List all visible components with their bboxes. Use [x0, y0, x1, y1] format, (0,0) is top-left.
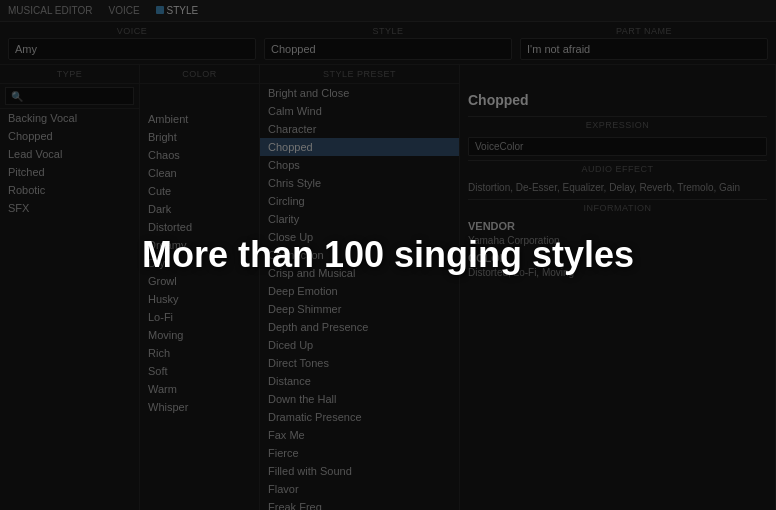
vendor-value: Yamaha Corporation [468, 234, 767, 248]
part-name-field-group: PART NAME [520, 26, 768, 60]
color-item-bright[interactable]: Bright [140, 128, 259, 146]
style-dot-icon [156, 6, 164, 14]
style-item-connection[interactable]: Connection [260, 246, 459, 264]
style-item-deep-emotion[interactable]: Deep Emotion [260, 282, 459, 300]
style-item-filled-sound[interactable]: Filled with Sound [260, 462, 459, 480]
information-label: INFORMATION [468, 199, 767, 216]
voice-label: VOICE [8, 26, 256, 36]
color-item-dark[interactable]: Dark [140, 200, 259, 218]
type-item-robotic[interactable]: Robotic [0, 181, 139, 199]
color-item-dreamy[interactable]: Dreamy [140, 236, 259, 254]
style-item-diced-up[interactable]: Diced Up [260, 336, 459, 354]
search-box [0, 84, 139, 109]
style-input[interactable] [264, 38, 512, 60]
color-item-growl[interactable]: Growl [140, 272, 259, 290]
color-item-whisper[interactable]: Whisper [140, 398, 259, 416]
info-title: Chopped [468, 92, 767, 108]
style-item-bright-close[interactable]: Bright and Close [260, 84, 459, 102]
style-item-depth-presence[interactable]: Depth and Presence [260, 318, 459, 336]
style-label: STYLE [264, 26, 512, 36]
color-info-value: Distorted, Lo-Fi, Moving [468, 266, 767, 280]
info-content: Chopped EXPRESSION VoiceColor AUDIO EFFE… [460, 84, 775, 292]
color-panel-header: COLOR [140, 65, 259, 84]
type-item-backing-vocal[interactable]: Backing Vocal [0, 109, 139, 127]
vendor-label: VENDOR [468, 220, 767, 232]
info-panel: INFO Chopped EXPRESSION VoiceColor AUDIO… [460, 65, 776, 510]
expression-label: EXPRESSION [468, 116, 767, 133]
main-area: TYPE Backing Vocal Chopped Lead Vocal Pi… [0, 65, 776, 510]
type-item-sfx[interactable]: SFX [0, 199, 139, 217]
style-preset-header: STYLE PRESET [260, 65, 459, 84]
style-item-direct-tones[interactable]: Direct Tones [260, 354, 459, 372]
style-item-clarity[interactable]: Clarity [260, 210, 459, 228]
color-item-soft[interactable]: Soft [140, 362, 259, 380]
style-item-chopped[interactable]: Chopped [260, 138, 459, 156]
style-item-down-hall[interactable]: Down the Hall [260, 390, 459, 408]
color-list: Ambient Bright Chaos Clean Cute Dark Dis… [140, 110, 259, 510]
color-panel: COLOR Ambient Bright Chaos Clean Cute Da… [140, 65, 260, 510]
color-item-warm[interactable]: Warm [140, 380, 259, 398]
part-name-label: PART NAME [520, 26, 768, 36]
type-search-input[interactable] [5, 87, 134, 105]
color-item-distorted[interactable]: Distorted [140, 218, 259, 236]
voice-field-group: VOICE [8, 26, 256, 60]
color-item-clean[interactable]: Clean [140, 164, 259, 182]
style-preset-panel: STYLE PRESET Bright and Close Calm Wind … [260, 65, 460, 510]
style-item-fax-me[interactable]: Fax Me [260, 426, 459, 444]
style-preset-list: Bright and Close Calm Wind Character Cho… [260, 84, 459, 510]
style-item-flavor[interactable]: Flavor [260, 480, 459, 498]
fields-row: VOICE STYLE PART NAME [0, 22, 776, 65]
color-item-rich[interactable]: Rich [140, 344, 259, 362]
type-panel-header: TYPE [0, 65, 139, 84]
type-item-chopped[interactable]: Chopped [0, 127, 139, 145]
type-item-lead-vocal[interactable]: Lead Vocal [0, 145, 139, 163]
type-panel: TYPE Backing Vocal Chopped Lead Vocal Pi… [0, 65, 140, 510]
style-item-deep-shimmer[interactable]: Deep Shimmer [260, 300, 459, 318]
nav-musical-editor[interactable]: MUSICAL EDITOR [8, 5, 92, 16]
style-item-freak-freq[interactable]: Freak Freq [260, 498, 459, 510]
nav-voice[interactable]: VOICE [108, 5, 139, 16]
style-field-group: STYLE [264, 26, 512, 60]
type-list: Backing Vocal Chopped Lead Vocal Pitched… [0, 109, 139, 510]
audio-effect-label: AUDIO EFFECT [468, 160, 767, 177]
color-item-dry[interactable]: Dry [140, 254, 259, 272]
style-item-chris-style[interactable]: Chris Style [260, 174, 459, 192]
style-item-character[interactable]: Character [260, 120, 459, 138]
style-item-circling[interactable]: Circling [260, 192, 459, 210]
color-item-ambient[interactable]: Ambient [140, 110, 259, 128]
style-item-crisp-musical[interactable]: Crisp and Musical [260, 264, 459, 282]
audio-effect-text: Distortion, De-Esser, Equalizer, Delay, … [468, 181, 767, 195]
style-item-calm-wind[interactable]: Calm Wind [260, 102, 459, 120]
expression-field: VoiceColor [468, 137, 767, 156]
type-item-pitched[interactable]: Pitched [0, 163, 139, 181]
style-item-chops[interactable]: Chops [260, 156, 459, 174]
color-item-moving[interactable]: Moving [140, 326, 259, 344]
color-item-lofi[interactable]: Lo-Fi [140, 308, 259, 326]
top-nav: MUSICAL EDITOR VOICE STYLE [0, 0, 776, 22]
color-item-cute[interactable]: Cute [140, 182, 259, 200]
style-item-distance[interactable]: Distance [260, 372, 459, 390]
style-item-close-up[interactable]: Close Up [260, 228, 459, 246]
voice-input[interactable] [8, 38, 256, 60]
style-item-fierce[interactable]: Fierce [260, 444, 459, 462]
style-item-dramatic-presence[interactable]: Dramatic Presence [260, 408, 459, 426]
nav-style[interactable]: STYLE [156, 5, 199, 16]
part-name-input[interactable] [520, 38, 768, 60]
color-item-husky[interactable]: Husky [140, 290, 259, 308]
color-item-chaos[interactable]: Chaos [140, 146, 259, 164]
color-info-label: COLOR [468, 252, 767, 264]
